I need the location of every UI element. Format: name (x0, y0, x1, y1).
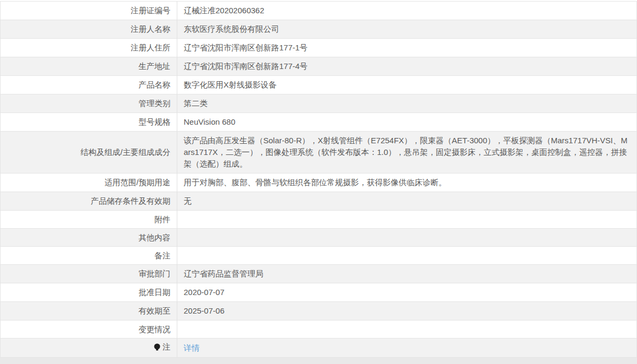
row-value-text: 辽宁省药品监督管理局 (184, 269, 263, 278)
table-row: 生产地址辽宁省沈阳市浑南区创新路177-4号 (1, 57, 637, 76)
row-label-text: 管理类别 (139, 99, 170, 108)
row-label-text: 注册证编号 (131, 6, 170, 15)
row-value: NeuVision 680 (177, 113, 637, 132)
row-label-text: 备注 (154, 251, 170, 260)
page: 注册证编号辽械注准20202060362注册人名称东软医疗系统股份有限公司注册人… (0, 0, 637, 364)
row-label-text: 附件 (154, 215, 170, 224)
table-row: 型号规格NeuVision 680 (1, 113, 637, 132)
row-label-text: 适用范围/预期用途 (105, 178, 170, 187)
row-value: 无 (177, 192, 637, 211)
row-label: 附件 (1, 211, 177, 229)
row-value: 辽械注准20202060362 (177, 2, 637, 20)
row-label: 结构及组成/主要组成成分 (1, 132, 177, 174)
row-value: 用于对胸部、腹部、骨骼与软组织各部位常规摄影，获得影像供临床诊断。 (177, 174, 637, 192)
row-value: 2020-07-07 (177, 283, 637, 302)
row-value: 辽宁省沈阳市浑南区创新路177-1号 (177, 39, 637, 57)
row-label: 备注 (1, 247, 177, 265)
table-row: 注册人名称东软医疗系统股份有限公司 (1, 20, 637, 39)
registration-table-body: 注册证编号辽械注准20202060362注册人名称东软医疗系统股份有限公司注册人… (1, 2, 637, 358)
row-value-text: 数字化医用X射线摄影设备 (184, 80, 277, 89)
row-label: 注册人名称 (1, 20, 177, 39)
row-value-text: 第二类 (184, 99, 208, 108)
row-label: 审批部门 (1, 265, 177, 283)
row-value: 数字化医用X射线摄影设备 (177, 76, 637, 94)
detail-link[interactable]: 详情 (184, 343, 200, 352)
row-value: 2025-07-06 (177, 302, 637, 320)
row-label: 批准日期 (1, 283, 177, 302)
row-value-text: 辽械注准20202060362 (184, 6, 264, 15)
row-label: 变更情况 (1, 320, 177, 339)
row-value-text: 无 (184, 196, 192, 205)
table-row: 变更情况 (1, 320, 637, 339)
row-label: 注 (1, 339, 177, 358)
row-label: 注册证编号 (1, 2, 177, 20)
table-row: 产品名称数字化医用X射线摄影设备 (1, 76, 637, 94)
row-label: 有效期至 (1, 302, 177, 320)
row-value-text: 该产品由高压发生器（Solar-80-R），X射线管组件（E7254FX），限束… (184, 136, 627, 168)
table-row: 批准日期2020-07-07 (1, 283, 637, 302)
row-label: 适用范围/预期用途 (1, 174, 177, 192)
table-row: 注详情 (1, 339, 637, 358)
row-value-text: 2020-07-07 (184, 288, 225, 297)
row-label-text: 有效期至 (139, 306, 170, 315)
note-label-wrap: 注 (153, 341, 170, 353)
row-label-text: 注册人住所 (131, 43, 170, 52)
table-row: 适用范围/预期用途用于对胸部、腹部、骨骼与软组织各部位常规摄影，获得影像供临床诊… (1, 174, 637, 192)
row-label-text: 批准日期 (139, 288, 170, 297)
row-value (177, 229, 637, 247)
row-value: 东软医疗系统股份有限公司 (177, 20, 637, 39)
row-value: 该产品由高压发生器（Solar-80-R），X射线管组件（E7254FX），限束… (177, 132, 637, 174)
row-label: 管理类别 (1, 94, 177, 113)
table-row: 附件 (1, 211, 637, 229)
row-label-text: 型号规格 (139, 117, 170, 126)
table-row: 注册人住所辽宁省沈阳市浑南区创新路177-1号 (1, 39, 637, 57)
row-label-text: 生产地址 (139, 62, 170, 71)
bulb-icon (153, 343, 161, 351)
row-value: 辽宁省药品监督管理局 (177, 265, 637, 283)
row-label-text: 其他内容 (139, 233, 170, 242)
row-value-text: 东软医疗系统股份有限公司 (184, 24, 279, 33)
row-label: 注册人住所 (1, 39, 177, 57)
row-label: 产品名称 (1, 76, 177, 94)
table-row: 审批部门辽宁省药品监督管理局 (1, 265, 637, 283)
row-value: 详情 (177, 339, 637, 358)
row-value-text: NeuVision 680 (184, 117, 235, 126)
row-label-text: 审批部门 (139, 269, 170, 278)
row-value: 第二类 (177, 94, 637, 113)
row-value: 辽宁省沈阳市浑南区创新路177-4号 (177, 57, 637, 76)
row-label: 型号规格 (1, 113, 177, 132)
row-value (177, 211, 637, 229)
row-label-text: 注册人名称 (131, 24, 170, 33)
registration-table: 注册证编号辽械注准20202060362注册人名称东软医疗系统股份有限公司注册人… (0, 1, 637, 358)
row-value (177, 247, 637, 265)
row-label: 生产地址 (1, 57, 177, 76)
row-value-text: 辽宁省沈阳市浑南区创新路177-4号 (184, 62, 307, 71)
table-row: 备注 (1, 247, 637, 265)
table-row: 有效期至2025-07-06 (1, 302, 637, 320)
row-label-text: 产品储存条件及有效期 (91, 196, 170, 205)
row-label: 产品储存条件及有效期 (1, 192, 177, 211)
row-label: 其他内容 (1, 229, 177, 247)
row-value-text: 用于对胸部、腹部、骨骼与软组织各部位常规摄影，获得影像供临床诊断。 (184, 178, 446, 187)
row-value-text: 辽宁省沈阳市浑南区创新路177-1号 (184, 43, 307, 52)
row-value-text: 2025-07-06 (184, 306, 225, 315)
table-row: 产品储存条件及有效期无 (1, 192, 637, 211)
row-label-text: 变更情况 (139, 325, 170, 334)
table-row: 其他内容 (1, 229, 637, 247)
table-row: 注册证编号辽械注准20202060362 (1, 2, 637, 20)
table-row: 管理类别第二类 (1, 94, 637, 113)
row-label-text: 结构及组成/主要组成成分 (81, 148, 170, 157)
bottom-strip (0, 358, 637, 364)
row-value (177, 320, 637, 339)
table-row: 结构及组成/主要组成成分该产品由高压发生器（Solar-80-R），X射线管组件… (1, 132, 637, 174)
row-label-text: 注 (162, 341, 170, 353)
row-label-text: 产品名称 (139, 80, 170, 89)
